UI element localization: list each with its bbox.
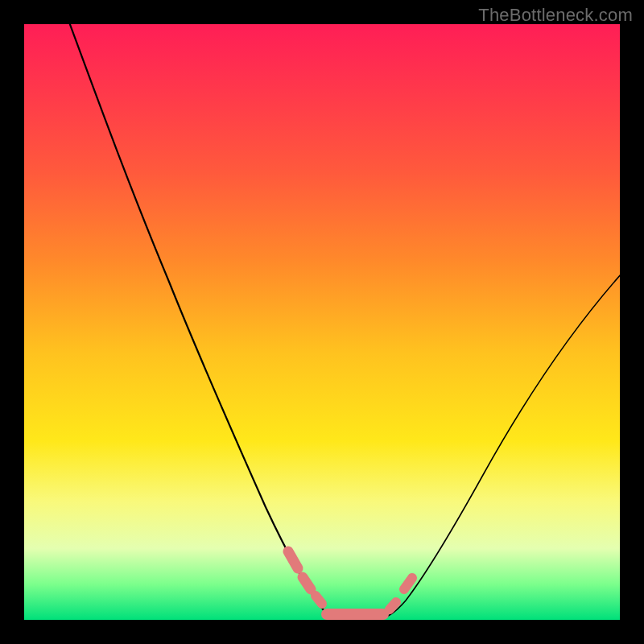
bead-right-2 bbox=[404, 578, 412, 589]
bead-left-1 bbox=[288, 551, 298, 568]
chart-svg bbox=[24, 24, 620, 620]
pink-beads-group bbox=[288, 551, 412, 614]
right-curve bbox=[380, 274, 620, 619]
chart-frame: TheBottleneck.com bbox=[0, 0, 644, 644]
watermark-text: TheBottleneck.com bbox=[478, 5, 633, 26]
bead-right-1 bbox=[390, 602, 396, 609]
bead-left-3 bbox=[316, 596, 322, 604]
bead-left-2 bbox=[303, 577, 311, 589]
plot-area bbox=[24, 24, 620, 620]
left-curve bbox=[68, 24, 343, 619]
